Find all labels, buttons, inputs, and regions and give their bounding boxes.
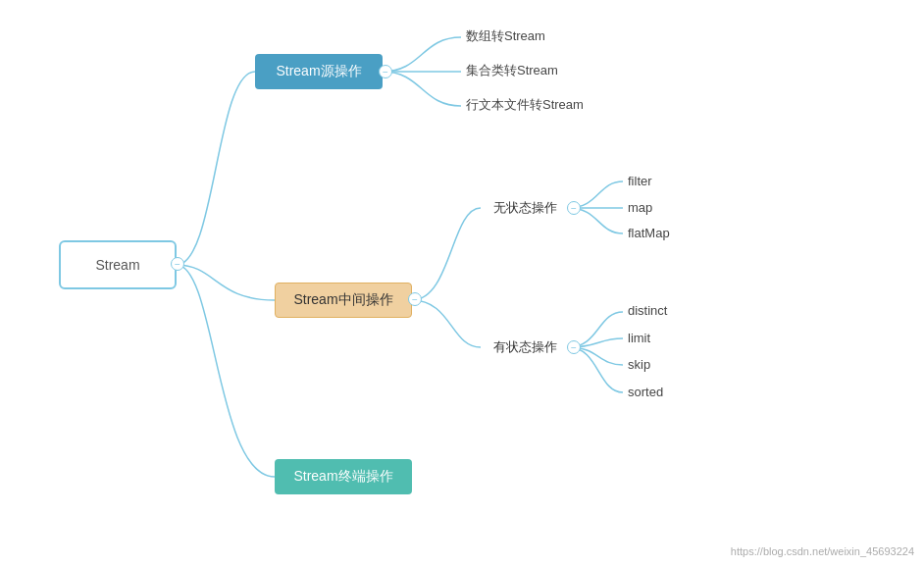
leaf-stateless-3: flatMap — [628, 226, 670, 240]
watermark: https://blog.csdn.net/weixin_45693224 — [731, 545, 914, 557]
leaf-stateful-1: distinct — [628, 303, 667, 318]
stateless-node: 无状态操作 — [481, 194, 569, 222]
source-node: Stream源操作 — [255, 54, 383, 89]
leaf-stateful-3: skip — [628, 357, 650, 372]
leaf-stateful-2: limit — [628, 331, 650, 345]
stateless-collapse-dot[interactable]: − — [567, 201, 581, 215]
mind-map-canvas: Stream − Stream源操作 − Stream中间操作 − Stream… — [0, 0, 924, 567]
source-label: Stream源操作 — [276, 63, 361, 80]
stream-node: Stream — [59, 240, 177, 289]
terminal-label: Stream终端操作 — [293, 468, 392, 486]
stateful-collapse-dot[interactable]: − — [567, 340, 581, 354]
middle-node: Stream中间操作 — [275, 283, 412, 318]
middle-label: Stream中间操作 — [293, 291, 392, 309]
stream-collapse-dot[interactable]: − — [171, 257, 184, 271]
leaf-stateful-4: sorted — [628, 385, 663, 399]
leaf-source-3: 行文本文件转Stream — [466, 96, 584, 114]
leaf-source-2: 集合类转Stream — [466, 62, 558, 79]
terminal-node: Stream终端操作 — [275, 459, 412, 494]
stateless-label: 无状态操作 — [493, 199, 557, 217]
leaf-stateless-2: map — [628, 200, 652, 215]
stream-label: Stream — [95, 257, 139, 273]
stateful-node: 有状态操作 — [481, 334, 569, 361]
leaf-source-1: 数组转Stream — [466, 27, 545, 45]
leaf-stateless-1: filter — [628, 174, 652, 188]
source-collapse-dot[interactable]: − — [379, 65, 392, 78]
middle-collapse-dot[interactable]: − — [408, 292, 422, 306]
stateful-label: 有状态操作 — [493, 338, 557, 356]
